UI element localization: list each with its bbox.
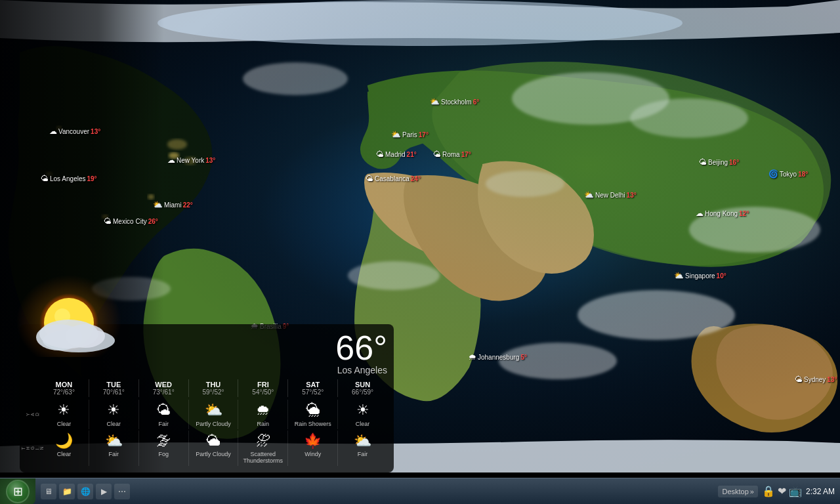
night-cell-sun: ⛅Fair [337, 430, 387, 466]
system-time: 2:32 AM [806, 487, 835, 496]
day-forecast-row: DAY ☀Clear☀Clear🌤Fair⛅Partly Cloudy🌧Rain… [26, 400, 387, 429]
current-city: Los Angeles [335, 365, 387, 375]
night-cell-wed: 🌫Fog [138, 430, 188, 466]
night-cell-mon: 🌙Clear [39, 430, 89, 466]
day-cell-mon: ☀Clear [39, 400, 89, 429]
forecast-col-wed: WED73°/61° [138, 379, 188, 397]
current-temperature: 66° [335, 331, 387, 365]
desktop-label: Desktop [722, 488, 748, 495]
night-label: NIGHT [26, 446, 39, 450]
night-cell-thu: 🌥Partly Cloudy [188, 430, 238, 466]
city-label-tokyo: 🌀Tokyo18° [768, 169, 808, 178]
tray-icon-2: ❤ [778, 485, 786, 497]
taskbar-icon-play[interactable]: ▶ [96, 484, 112, 499]
city-label-madrid: 🌤Madrid21° [376, 150, 417, 159]
forecast-col-tue: TUE70°/61° [89, 379, 138, 397]
forecast-col-sat: SAT57°/52° [287, 379, 337, 397]
desktop-button[interactable]: Desktop » [718, 486, 757, 497]
forecast-col-thu: THU59°/52° [188, 379, 238, 397]
city-label-mexicocity: 🌤Mexico City26° [104, 217, 158, 226]
night-forecast-row: NIGHT 🌙Clear⛅Fair🌫Fog🌥Partly Cloudy⛈Scat… [26, 430, 387, 466]
day-cell-sun: ☀Clear [337, 400, 387, 429]
city-label-sydney: 🌤Sydney13° [795, 375, 837, 384]
desktop-arrow: » [750, 488, 754, 495]
tray-icon-1: 🔒 [762, 485, 775, 497]
day-cell-sat: 🌦Rain Showers [287, 400, 337, 429]
city-label-losangeles: 🌤Los Angeles19° [41, 174, 97, 183]
day-cell-tue: ☀Clear [89, 400, 138, 429]
forecast-col-sun: SUN66°/59° [337, 379, 387, 397]
city-label-vancouver: ☁Vancouver13° [49, 127, 100, 136]
city-label-beijing: 🌤Beijing16° [699, 158, 739, 167]
system-tray: 🔒 ❤ 📺 [762, 485, 802, 497]
night-cell-sat: 🍁Windy [287, 430, 337, 466]
city-label-newyork: ☁New York13° [167, 156, 215, 165]
day-cell-thu: ⛅Partly Cloudy [188, 400, 238, 429]
city-label-miami: ⛅Miami22° [153, 200, 193, 209]
day-cell-fri: 🌧Rain [238, 400, 287, 429]
city-label-stockholm: ⛅Stockholm6° [430, 97, 479, 106]
taskbar-icon-browser[interactable]: 🖥 [41, 484, 56, 499]
taskbar: ⊞ 🖥 📁 🌐 ▶ ⋯ Desktop » 🔒 ❤ 📺 2:32 AM [0, 478, 840, 504]
city-label-singapore: ⛅Singapore10° [674, 271, 726, 280]
weather-widget: 66° Los Angeles MON72°/63°TUE70°/61°WED7… [20, 324, 394, 472]
taskbar-icon-more[interactable]: ⋯ [114, 484, 130, 499]
city-label-roma: 🌤Roma17° [433, 150, 471, 159]
taskbar-icon-media[interactable]: 🌐 [77, 484, 93, 499]
city-label-newdelhi: ⛅New Delhi13° [584, 190, 637, 200]
night-cell-fri: ⛈Scattered Thunderstorms [238, 430, 287, 466]
taskbar-right: Desktop » 🔒 ❤ 📺 2:32 AM [718, 485, 840, 497]
start-orb[interactable]: ⊞ [6, 480, 30, 503]
tray-icon-3: 📺 [789, 485, 802, 497]
day-label: DAY [26, 413, 39, 416]
start-button[interactable]: ⊞ [0, 478, 35, 505]
day-cell-wed: 🌤Fair [138, 400, 188, 429]
city-label-johannesburg: 🌧Johannesburg5° [469, 352, 527, 362]
forecast-header: MON72°/63°TUE70°/61°WED73°/61°THU59°/52°… [26, 379, 387, 397]
city-label-casablanca: 🌤Casablanca24° [366, 174, 421, 183]
forecast-col-fri: FRI54°/50° [238, 379, 287, 397]
night-cell-tue: ⛅Fair [89, 430, 138, 466]
city-label-hongkong: ☁Hong Kong12° [696, 209, 749, 218]
city-label-paris: ⛅Paris17° [391, 130, 429, 139]
taskbar-icon-folder[interactable]: 📁 [59, 484, 75, 499]
taskbar-icons: 🖥 📁 🌐 ▶ ⋯ [35, 484, 135, 499]
forecast-col-mon: MON72°/63° [39, 379, 89, 397]
